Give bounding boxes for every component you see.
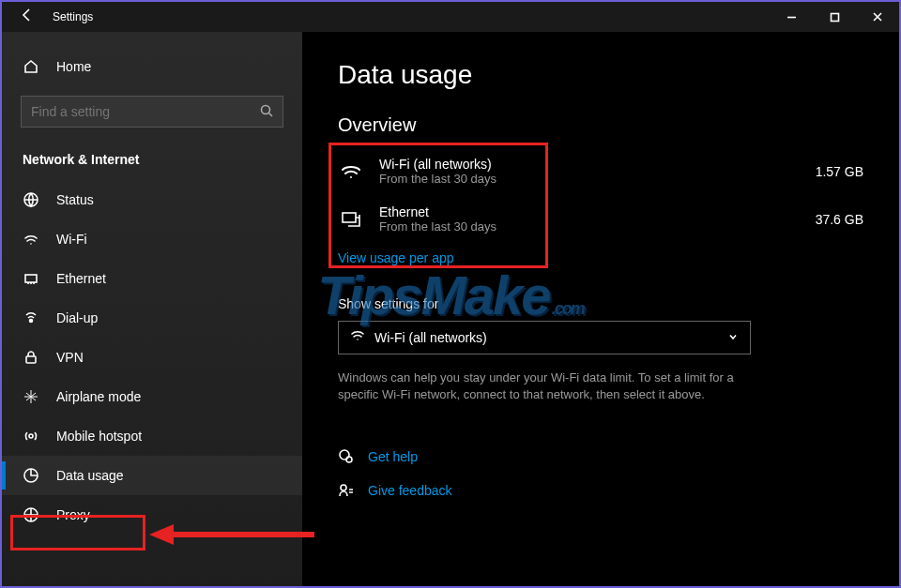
sidebar-item-status[interactable]: Status (2, 180, 302, 219)
feedback-icon (338, 482, 355, 499)
sidebar-item-label: Proxy (56, 507, 90, 522)
svg-rect-9 (343, 213, 356, 222)
vpn-icon (23, 349, 39, 366)
usage-sub: From the last 30 days (379, 172, 797, 186)
home-icon (23, 58, 39, 75)
svg-point-12 (341, 485, 346, 490)
window-title: Settings (53, 10, 93, 23)
wifi-icon (350, 328, 365, 347)
svg-point-4 (30, 320, 33, 323)
wifi-icon (23, 231, 39, 248)
dropdown-label: Show settings for (338, 296, 863, 311)
page-title: Data usage (338, 60, 863, 90)
sidebar-nav: Status Wi-Fi Ethernet Dial-up VPN (2, 180, 302, 535)
svg-point-10 (340, 450, 349, 460)
svg-point-1 (262, 105, 270, 113)
sidebar-item-label: Airplane mode (56, 389, 141, 404)
sidebar-item-label: Status (56, 192, 94, 207)
close-button[interactable] (856, 2, 899, 32)
network-dropdown[interactable]: Wi-Fi (all networks) (338, 321, 751, 354)
sidebar-item-label: Wi-Fi (56, 232, 87, 247)
usage-amount: 37.6 GB (816, 212, 863, 227)
overview-header: Overview (338, 114, 863, 136)
maximize-button[interactable] (813, 2, 856, 32)
chevron-down-icon (727, 331, 739, 345)
sidebar-item-label: Data usage (56, 468, 124, 483)
home-label: Home (56, 59, 91, 74)
titlebar: Settings (2, 2, 899, 32)
sidebar-item-dialup[interactable]: Dial-up (2, 298, 302, 338)
view-usage-link[interactable]: View usage per app (338, 250, 454, 265)
overview-section: Wi-Fi (all networks) From the last 30 da… (338, 147, 863, 266)
sidebar-item-label: VPN (56, 350, 84, 365)
dialup-icon (23, 309, 39, 326)
get-help-link[interactable]: Get help (368, 449, 418, 464)
sidebar: Home Network & Internet Status Wi-Fi (2, 32, 302, 586)
search-icon (260, 104, 273, 120)
sidebar-item-label: Mobile hotspot (56, 429, 142, 444)
settings-window: Settings Home (2, 2, 899, 586)
sidebar-item-data-usage[interactable]: Data usage (2, 456, 302, 495)
sidebar-item-proxy[interactable]: Proxy (2, 495, 302, 535)
globe-icon (23, 191, 39, 208)
svg-rect-3 (25, 275, 37, 282)
svg-rect-0 (831, 13, 838, 21)
sidebar-section-header: Network & Internet (2, 144, 302, 180)
sidebar-item-hotspot[interactable]: Mobile hotspot (2, 416, 302, 456)
airplane-icon (23, 388, 39, 405)
main-panel: Data usage Overview Wi-Fi (all networks)… (302, 32, 899, 586)
wifi-icon (338, 158, 364, 185)
usage-name: Wi-Fi (all networks) (379, 157, 797, 172)
sidebar-item-airplane[interactable]: Airplane mode (2, 377, 302, 416)
dropdown-value: Wi-Fi (all networks) (374, 330, 727, 345)
data-usage-icon (23, 467, 39, 484)
feedback-row[interactable]: Give feedback (338, 482, 863, 499)
sidebar-item-vpn[interactable]: VPN (2, 338, 302, 377)
usage-row-wifi[interactable]: Wi-Fi (all networks) From the last 30 da… (338, 147, 863, 195)
minimize-button[interactable] (770, 2, 813, 32)
support-section: Get help Give feedback (338, 448, 863, 499)
ethernet-icon (338, 206, 364, 233)
usage-name: Ethernet (379, 204, 797, 219)
usage-row-ethernet[interactable]: Ethernet From the last 30 days 37.6 GB (338, 195, 863, 243)
sidebar-item-wifi[interactable]: Wi-Fi (2, 219, 302, 259)
hotspot-icon (23, 428, 39, 445)
sidebar-item-label: Ethernet (56, 271, 106, 286)
proxy-icon (23, 506, 39, 523)
feedback-link[interactable]: Give feedback (368, 483, 452, 498)
search-input[interactable] (31, 104, 260, 119)
help-text: Windows can help you stay under your Wi-… (338, 369, 770, 403)
ethernet-icon (23, 270, 39, 287)
svg-rect-5 (26, 356, 36, 363)
back-button[interactable] (19, 7, 36, 27)
svg-point-6 (29, 434, 33, 438)
sidebar-item-label: Dial-up (56, 310, 98, 325)
help-icon (338, 448, 355, 465)
sidebar-item-ethernet[interactable]: Ethernet (2, 259, 302, 298)
sidebar-home[interactable]: Home (2, 49, 302, 84)
get-help-row[interactable]: Get help (338, 448, 863, 465)
usage-sub: From the last 30 days (379, 219, 797, 234)
usage-amount: 1.57 GB (816, 164, 863, 179)
search-box[interactable] (21, 96, 283, 128)
